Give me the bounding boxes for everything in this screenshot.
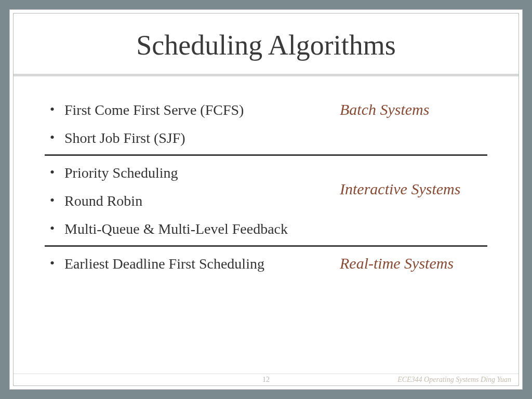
list-item: Priority Scheduling [45, 159, 336, 187]
category-label: Batch Systems [340, 96, 487, 121]
page-number: 12 [262, 376, 270, 384]
section-realtime-category: Real-time Systems [336, 250, 487, 274]
slide-footer: 12 ECE344 Operating Systems Ding Yuan [14, 374, 518, 385]
section-interactive: Priority Scheduling Round Robin Multi-Qu… [45, 159, 487, 243]
section-realtime: Earliest Deadline First Scheduling Real-… [45, 250, 487, 278]
section-batch-items: First Come First Serve (FCFS) Short Job … [45, 96, 336, 152]
slide-outer-frame: Scheduling Algorithms First Come First S… [9, 9, 523, 390]
section-interactive-category: Interactive Systems [336, 159, 487, 200]
list-item: First Come First Serve (FCFS) [45, 96, 336, 124]
title-area: Scheduling Algorithms [14, 14, 518, 74]
slide-inner-frame: Scheduling Algorithms First Come First S… [13, 13, 519, 386]
list-item: Short Job First (SJF) [45, 124, 336, 152]
list-item: Round Robin [45, 187, 336, 215]
section-batch: First Come First Serve (FCFS) Short Job … [45, 96, 487, 152]
section-divider [45, 154, 487, 156]
category-label: Interactive Systems [340, 159, 487, 200]
title-underline [14, 74, 518, 76]
section-interactive-items: Priority Scheduling Round Robin Multi-Qu… [45, 159, 336, 243]
section-divider [45, 245, 487, 247]
section-batch-category: Batch Systems [336, 96, 487, 121]
category-label: Real-time Systems [340, 250, 487, 274]
footer-credit: ECE344 Operating Systems Ding Yuan [397, 376, 511, 384]
slide-content: First Come First Serve (FCFS) Short Job … [14, 87, 518, 385]
section-realtime-items: Earliest Deadline First Scheduling [45, 250, 336, 278]
list-item: Multi-Queue & Multi-Level Feedback [45, 215, 336, 243]
slide-title: Scheduling Algorithms [14, 29, 518, 61]
list-item: Earliest Deadline First Scheduling [45, 250, 336, 278]
